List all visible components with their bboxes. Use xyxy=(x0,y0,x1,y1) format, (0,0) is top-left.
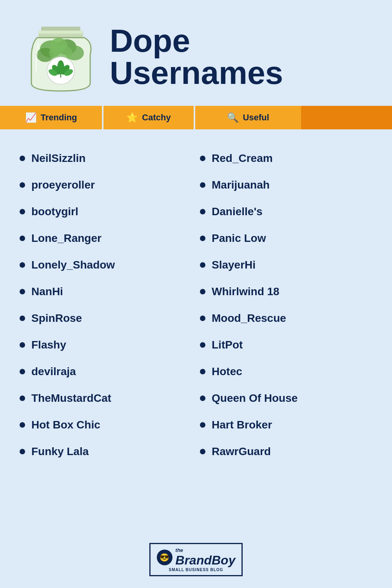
tab-bar: 📈 Trending ⭐ Catchy 🔍 Useful xyxy=(0,106,392,129)
item-label: Hart Broker xyxy=(212,419,272,431)
page-title: Dope Usernames xyxy=(110,25,283,89)
list-item: Queen Of House xyxy=(200,385,372,412)
list-item: Hotec xyxy=(200,358,372,385)
list-item: LitPot xyxy=(200,332,372,358)
brand-sub: SMALL BUSINESS BLOG xyxy=(169,568,223,572)
bullet-icon xyxy=(20,449,25,454)
item-label: devilraja xyxy=(31,365,76,378)
item-label: SlayerHi xyxy=(212,259,256,271)
bullet-icon xyxy=(200,316,205,321)
catchy-icon: ⭐ xyxy=(126,112,138,123)
item-label: NanHi xyxy=(31,285,63,298)
bullet-icon xyxy=(20,289,25,294)
item-label: Marijuanah xyxy=(212,179,270,191)
useful-icon: 🔍 xyxy=(227,112,239,123)
left-column: NeilSizzlinproeyerollerbootygirlLone_Ran… xyxy=(20,145,192,519)
item-label: Hot Box Chic xyxy=(31,419,100,431)
tab-catchy-label: Catchy xyxy=(142,113,171,123)
item-label: TheMustardCat xyxy=(31,392,111,405)
list-item: Mood_Rescue xyxy=(200,305,372,332)
item-label: Queen Of House xyxy=(212,392,298,405)
list-item: Hot Box Chic xyxy=(20,412,192,438)
bullet-icon xyxy=(200,289,205,294)
tab-catchy[interactable]: ⭐ Catchy xyxy=(103,106,194,129)
item-label: Danielle's xyxy=(212,205,263,218)
bullet-icon xyxy=(200,342,205,348)
tab-trending-label: Trending xyxy=(41,113,77,123)
bullet-icon xyxy=(20,209,25,214)
item-label: Hotec xyxy=(212,365,242,378)
list-item: devilraja xyxy=(20,358,192,385)
content-area: NeilSizzlinproeyerollerbootygirlLone_Ran… xyxy=(0,141,392,535)
bullet-icon xyxy=(20,396,25,401)
item-label: bootygirl xyxy=(31,205,78,218)
item-label: Red_Cream xyxy=(212,152,273,165)
item-label: Funky Lala xyxy=(31,445,89,458)
trending-icon: 📈 xyxy=(25,112,37,123)
title-line2: Usernames xyxy=(110,57,283,89)
list-item: Flashy xyxy=(20,332,192,358)
right-column: Red_CreamMarijuanahDanielle'sPanic LowSl… xyxy=(200,145,372,519)
list-item: NanHi xyxy=(20,278,192,305)
brand-name: BrandBoy xyxy=(176,553,236,568)
list-item: Lonely_Shadow xyxy=(20,252,192,278)
item-label: Flashy xyxy=(31,339,66,351)
list-item: TheMustardCat xyxy=(20,385,192,412)
item-label: Lone_Ranger xyxy=(31,232,102,245)
list-item: NeilSizzlin xyxy=(20,145,192,172)
item-label: Mood_Rescue xyxy=(212,312,286,325)
footer: 😎 the BrandBoy SMALL BUSINESS BLOG xyxy=(149,535,243,588)
bullet-icon xyxy=(200,422,205,428)
bullet-icon xyxy=(200,396,205,401)
list-item: Funky Lala xyxy=(20,438,192,465)
list-item: SpinRose xyxy=(20,305,192,332)
jar-illustration xyxy=(24,16,98,98)
brand-face-icon: 😎 xyxy=(157,550,172,565)
list-item: SlayerHi xyxy=(200,252,372,278)
item-label: RawrGuard xyxy=(212,445,271,458)
item-label: Whirlwind 18 xyxy=(212,285,279,298)
list-item: proeyeroller xyxy=(20,172,192,198)
list-item: RawrGuard xyxy=(200,438,372,465)
tab-useful-label: Useful xyxy=(243,113,269,123)
tab-extra xyxy=(301,106,392,129)
tab-useful[interactable]: 🔍 Useful xyxy=(195,106,301,129)
list-item: Red_Cream xyxy=(200,145,372,172)
item-label: SpinRose xyxy=(31,312,82,325)
tab-trending[interactable]: 📈 Trending xyxy=(0,106,102,129)
bullet-icon xyxy=(20,236,25,241)
bullet-icon xyxy=(200,262,205,268)
title-line1: Dope xyxy=(110,25,283,57)
item-label: LitPot xyxy=(212,339,243,351)
bullet-icon xyxy=(20,342,25,348)
list-item: Hart Broker xyxy=(200,412,372,438)
list-item: Panic Low xyxy=(200,225,372,252)
bullet-icon xyxy=(200,236,205,241)
svg-rect-2 xyxy=(38,31,83,34)
bullet-icon xyxy=(20,316,25,321)
bullet-icon xyxy=(20,369,25,374)
list-item: bootygirl xyxy=(20,198,192,225)
bullet-icon xyxy=(200,369,205,374)
page-header: Dope Usernames xyxy=(0,0,392,106)
bullet-icon xyxy=(20,262,25,268)
bullet-icon xyxy=(200,182,205,188)
item-label: Panic Low xyxy=(212,232,266,245)
bullet-icon xyxy=(20,422,25,428)
list-item: Danielle's xyxy=(200,198,372,225)
bullet-icon xyxy=(200,156,205,161)
brand-logo: 😎 the BrandBoy SMALL BUSINESS BLOG xyxy=(149,543,243,576)
bullet-icon xyxy=(20,156,25,161)
bullet-icon xyxy=(20,182,25,188)
item-label: Lonely_Shadow xyxy=(31,259,115,271)
bullet-icon xyxy=(200,449,205,454)
list-item: Whirlwind 18 xyxy=(200,278,372,305)
item-label: proeyeroller xyxy=(31,179,95,191)
brand-the: the xyxy=(176,547,236,553)
list-item: Lone_Ranger xyxy=(20,225,192,252)
list-item: Marijuanah xyxy=(200,172,372,198)
item-label: NeilSizzlin xyxy=(31,152,85,165)
bullet-icon xyxy=(200,209,205,214)
